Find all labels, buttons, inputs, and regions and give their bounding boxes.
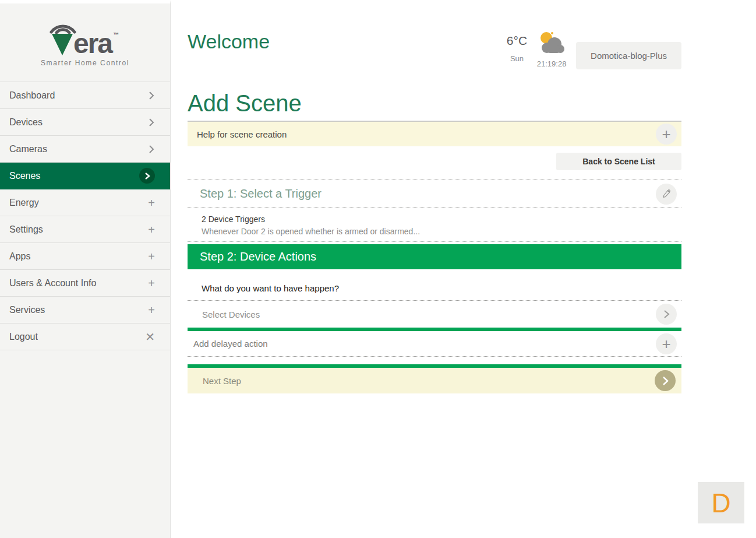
sidebar-item-dashboard[interactable]: Dashboard	[0, 82, 170, 109]
sidebar: era ™ Smarter Home Control Dashboard Dev…	[0, 0, 171, 538]
step2-title: Step 2: Device Actions	[200, 250, 316, 263]
controller-name-button[interactable]: Domotica-blog-Plus	[576, 42, 681, 69]
chevron-right-icon	[663, 310, 670, 319]
add-scene-title: Add Scene	[188, 90, 681, 117]
brand-logo: era ™ Smarter Home Control	[0, 3, 170, 82]
logo-v-mark	[51, 18, 73, 57]
pencil-icon	[662, 189, 671, 199]
step1-header: Step 1: Select a Trigger	[188, 180, 681, 208]
temperature-value: 6°C	[507, 34, 527, 48]
sidebar-item-devices[interactable]: Devices	[0, 109, 170, 136]
step1-title: Step 1: Select a Trigger	[200, 187, 322, 201]
page-header: Welcome 6°C Sun	[188, 0, 681, 69]
step2-question: What do you want to have happen?	[188, 269, 681, 301]
step2-header: Step 2: Device Actions	[188, 244, 681, 269]
plus-icon: +	[662, 336, 670, 351]
next-step-button[interactable]: Next Step	[188, 364, 681, 393]
expand-help-button[interactable]: +	[656, 124, 677, 145]
app-window: era ™ Smarter Home Control Dashboard Dev…	[0, 0, 756, 538]
chevron-right-icon	[148, 145, 155, 154]
weather-day: Sun	[507, 54, 527, 63]
sidebar-item-cameras[interactable]: Cameras	[0, 136, 170, 163]
green-triangle-v	[52, 34, 73, 55]
weather-icon-block: 21:19:28	[536, 30, 567, 68]
back-row: Back to Scene List	[188, 153, 681, 170]
sidebar-item-settings[interactable]: Settings +	[0, 216, 170, 243]
badge-letter: D	[711, 487, 730, 519]
main-area: Welcome 6°C Sun	[171, 0, 756, 538]
weather-temp-block: 6°C Sun	[507, 34, 527, 63]
trigger-count: 2 Device Triggers	[202, 215, 681, 224]
next-step-chevron-button[interactable]	[655, 370, 676, 391]
chevron-right-icon	[148, 118, 155, 127]
disqus-d-badge[interactable]: D	[698, 482, 744, 523]
sidebar-item-apps[interactable]: Apps +	[0, 243, 170, 270]
plus-icon: +	[148, 277, 155, 289]
chevron-right-circle-icon	[139, 168, 155, 184]
back-to-scene-list-button[interactable]: Back to Scene List	[556, 153, 681, 170]
close-icon: ✕	[145, 330, 155, 344]
plus-icon: +	[148, 224, 155, 235]
weather-cluster: 6°C Sun	[507, 30, 681, 69]
sidebar-item-label: Apps	[9, 251, 30, 262]
trigger-summary: 2 Device Triggers Whenever Door 2 is ope…	[188, 208, 681, 242]
chevron-right-icon	[148, 91, 155, 100]
sidebar-item-label: Devices	[9, 117, 43, 128]
sidebar-item-logout[interactable]: Logout ✕	[0, 323, 170, 350]
plus-icon: +	[148, 304, 155, 316]
add-delayed-action-row[interactable]: Add delayed action +	[188, 331, 681, 357]
sidebar-item-label: Energy	[9, 198, 39, 208]
trademark-symbol: ™	[113, 31, 119, 38]
sidebar-menu: Dashboard Devices Cameras Scenes	[0, 82, 170, 350]
sidebar-item-label: Logout	[9, 332, 38, 342]
sidebar-item-label: Users & Account Info	[9, 278, 96, 289]
sidebar-item-scenes[interactable]: Scenes	[0, 163, 170, 189]
help-bar[interactable]: Help for scene creation +	[188, 121, 681, 146]
sidebar-item-users-account-info[interactable]: Users & Account Info +	[0, 270, 170, 297]
sidebar-item-label: Cameras	[9, 144, 47, 154]
add-delayed-action-button[interactable]: +	[656, 333, 677, 354]
vera-logo: era ™	[51, 18, 119, 57]
logo-wordmark: era	[73, 31, 112, 57]
help-bar-label: Help for scene creation	[197, 129, 287, 139]
wifi-arcs-icon	[46, 18, 80, 34]
content-column: Welcome 6°C Sun	[188, 0, 681, 393]
select-devices-row[interactable]: Select Devices	[188, 301, 681, 328]
plus-icon: +	[148, 197, 155, 209]
plus-icon: +	[662, 126, 670, 142]
next-step-label: Next Step	[203, 376, 241, 386]
clock-time: 21:19:28	[536, 59, 567, 68]
sidebar-item-energy[interactable]: Energy +	[0, 189, 170, 216]
trigger-description: Whenever Door 2 is opened whether is arm…	[202, 227, 681, 236]
page-title: Welcome	[188, 30, 270, 69]
select-devices-label: Select Devices	[202, 310, 260, 319]
sidebar-item-label: Scenes	[9, 171, 40, 181]
add-delayed-action-label: Add delayed action	[193, 339, 268, 349]
edit-trigger-button[interactable]	[656, 184, 677, 205]
sidebar-item-label: Dashboard	[9, 90, 55, 101]
select-devices-chevron-button[interactable]	[656, 304, 677, 325]
sidebar-item-label: Settings	[9, 224, 43, 235]
chevron-right-icon	[662, 376, 669, 386]
plus-icon: +	[148, 251, 155, 262]
sidebar-item-services[interactable]: Services +	[0, 297, 170, 323]
sidebar-item-label: Services	[9, 305, 45, 315]
cloudy-night-icon	[536, 30, 567, 56]
brand-tagline: Smarter Home Control	[41, 59, 129, 67]
